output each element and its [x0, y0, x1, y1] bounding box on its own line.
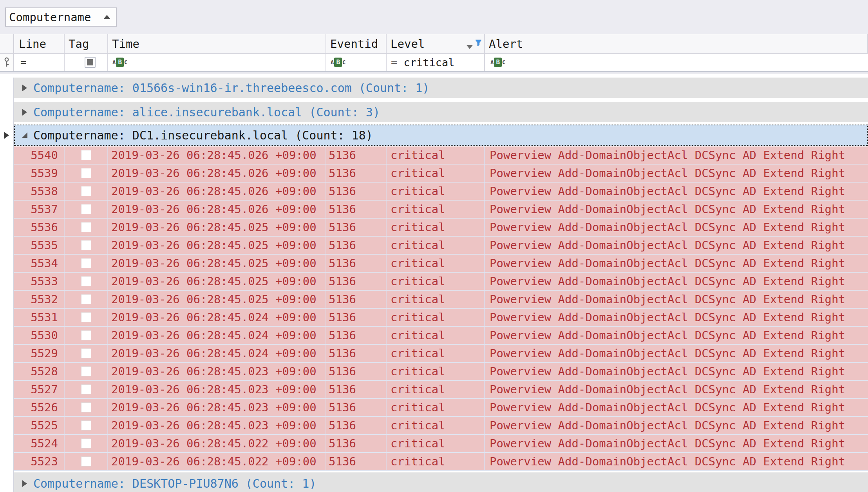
cell-line[interactable]: 5532: [14, 291, 65, 308]
cell-time[interactable]: 2019-03-26 06:28:45.024 +09:00: [108, 327, 326, 344]
cell-eventid[interactable]: 5136: [326, 381, 387, 398]
cell-alert[interactable]: Powerview Add-DomainObjectAcl DCSync AD …: [485, 201, 868, 218]
table-row[interactable]: 5533 2019-03-26 06:28:45.025 +09:00 5136…: [14, 273, 868, 291]
cell-line[interactable]: 5536: [14, 219, 65, 236]
table-row[interactable]: 5540 2019-03-26 06:28:45.026 +09:00 5136…: [14, 147, 868, 165]
filter-cell-level[interactable]: = critical: [387, 54, 485, 71]
cell-eventid[interactable]: 5136: [326, 363, 387, 380]
cell-eventid[interactable]: 5136: [326, 147, 387, 164]
cell-time[interactable]: 2019-03-26 06:28:45.024 +09:00: [108, 345, 326, 362]
cell-time[interactable]: 2019-03-26 06:28:45.023 +09:00: [108, 363, 326, 380]
tag-checkbox[interactable]: [81, 312, 91, 322]
table-row[interactable]: 5529 2019-03-26 06:28:45.024 +09:00 5136…: [14, 345, 868, 363]
filter-cell-time[interactable]: ABC: [108, 54, 326, 71]
cell-time[interactable]: 2019-03-26 06:28:45.023 +09:00: [108, 381, 326, 398]
cell-alert[interactable]: Powerview Add-DomainObjectAcl DCSync AD …: [485, 183, 868, 200]
cell-line[interactable]: 5537: [14, 201, 65, 218]
cell-eventid[interactable]: 5136: [326, 255, 387, 272]
cell-line[interactable]: 5524: [14, 435, 65, 452]
cell-level[interactable]: critical: [387, 255, 485, 272]
group-row[interactable]: Computername: alice.insecurebank.local (…: [14, 102, 868, 122]
tag-checkbox[interactable]: [81, 384, 91, 394]
table-row[interactable]: 5534 2019-03-26 06:28:45.025 +09:00 5136…: [14, 255, 868, 273]
filter-cell-eventid[interactable]: ABC: [326, 54, 387, 71]
tag-filter-checkbox-indeterminate[interactable]: [85, 57, 96, 68]
tag-checkbox[interactable]: [81, 258, 91, 268]
cell-line[interactable]: 5531: [14, 309, 65, 326]
cell-level[interactable]: critical: [387, 417, 485, 434]
cell-eventid[interactable]: 5136: [326, 219, 387, 236]
cell-alert[interactable]: Powerview Add-DomainObjectAcl DCSync AD …: [485, 327, 868, 344]
tag-checkbox[interactable]: [81, 150, 91, 160]
cell-level[interactable]: critical: [387, 165, 485, 182]
group-row[interactable]: Computername: 01566s-win16-ir.threebeesc…: [14, 78, 868, 98]
cell-alert[interactable]: Powerview Add-DomainObjectAcl DCSync AD …: [485, 237, 868, 254]
cell-eventid[interactable]: 5136: [326, 435, 387, 452]
cell-eventid[interactable]: 5136: [326, 237, 387, 254]
table-row[interactable]: 5527 2019-03-26 06:28:45.023 +09:00 5136…: [14, 381, 868, 399]
table-row[interactable]: 5538 2019-03-26 06:28:45.026 +09:00 5136…: [14, 183, 868, 201]
cell-line[interactable]: 5525: [14, 417, 65, 434]
cell-level[interactable]: critical: [387, 381, 485, 398]
tag-checkbox[interactable]: [81, 330, 91, 340]
filter-cell-tag[interactable]: [65, 54, 108, 71]
table-row[interactable]: 5535 2019-03-26 06:28:45.025 +09:00 5136…: [14, 237, 868, 255]
cell-alert[interactable]: Powerview Add-DomainObjectAcl DCSync AD …: [485, 417, 868, 434]
cell-time[interactable]: 2019-03-26 06:28:45.023 +09:00: [108, 399, 326, 416]
cell-eventid[interactable]: 5136: [326, 165, 387, 182]
cell-eventid[interactable]: 5136: [326, 201, 387, 218]
tag-checkbox[interactable]: [81, 276, 91, 286]
table-row[interactable]: 5539 2019-03-26 06:28:45.026 +09:00 5136…: [14, 165, 868, 183]
cell-eventid[interactable]: 5136: [326, 327, 387, 344]
cell-alert[interactable]: Powerview Add-DomainObjectAcl DCSync AD …: [485, 147, 868, 164]
cell-eventid[interactable]: 5136: [326, 399, 387, 416]
group-expanded-icon[interactable]: [22, 132, 27, 138]
table-row[interactable]: 5528 2019-03-26 06:28:45.023 +09:00 5136…: [14, 363, 868, 381]
cell-line[interactable]: 5527: [14, 381, 65, 398]
group-collapsed-icon[interactable]: [22, 480, 27, 487]
tag-checkbox[interactable]: [81, 168, 91, 178]
tag-checkbox[interactable]: [81, 348, 91, 358]
table-row[interactable]: 5531 2019-03-26 06:28:45.024 +09:00 5136…: [14, 309, 868, 327]
abc-filter-type-icon[interactable]: ABC: [489, 58, 506, 67]
filter-cell-alert[interactable]: ABC: [485, 54, 868, 71]
cell-line[interactable]: 5526: [14, 399, 65, 416]
column-header-tag[interactable]: Tag: [65, 34, 108, 53]
cell-line[interactable]: 5523: [14, 453, 65, 470]
tag-checkbox[interactable]: [81, 366, 91, 376]
cell-line[interactable]: 5530: [14, 327, 65, 344]
cell-line[interactable]: 5534: [14, 255, 65, 272]
abc-filter-type-icon[interactable]: ABC: [112, 58, 128, 67]
column-header-level[interactable]: Level: [387, 34, 485, 53]
group-row[interactable]: Computername: DC1.insecurebank.local (Co…: [14, 125, 868, 146]
cell-line[interactable]: 5528: [14, 363, 65, 380]
cell-time[interactable]: 2019-03-26 06:28:45.024 +09:00: [108, 309, 326, 326]
cell-line[interactable]: 5535: [14, 237, 65, 254]
cell-level[interactable]: critical: [387, 291, 485, 308]
cell-level[interactable]: critical: [387, 201, 485, 218]
cell-eventid[interactable]: 5136: [326, 417, 387, 434]
tag-checkbox[interactable]: [81, 438, 91, 449]
cell-level[interactable]: critical: [387, 147, 485, 164]
table-row[interactable]: 5530 2019-03-26 06:28:45.024 +09:00 5136…: [14, 327, 868, 345]
cell-eventid[interactable]: 5136: [326, 273, 387, 290]
cell-alert[interactable]: Powerview Add-DomainObjectAcl DCSync AD …: [485, 435, 868, 452]
cell-line[interactable]: 5533: [14, 273, 65, 290]
cell-line[interactable]: 5540: [14, 147, 65, 164]
table-row[interactable]: 5532 2019-03-26 06:28:45.025 +09:00 5136…: [14, 291, 868, 309]
table-row[interactable]: 5526 2019-03-26 06:28:45.023 +09:00 5136…: [14, 399, 868, 417]
filter-cell-line[interactable]: =: [14, 54, 65, 71]
cell-alert[interactable]: Powerview Add-DomainObjectAcl DCSync AD …: [485, 291, 868, 308]
cell-level[interactable]: critical: [387, 327, 485, 344]
cell-time[interactable]: 2019-03-26 06:28:45.026 +09:00: [108, 165, 326, 182]
cell-time[interactable]: 2019-03-26 06:28:45.022 +09:00: [108, 435, 326, 452]
tag-checkbox[interactable]: [81, 420, 91, 430]
active-filter-funnel-icon[interactable]: [475, 40, 482, 46]
cell-eventid[interactable]: 5136: [326, 309, 387, 326]
tag-checkbox[interactable]: [81, 240, 91, 250]
cell-alert[interactable]: Powerview Add-DomainObjectAcl DCSync AD …: [485, 165, 868, 182]
table-row[interactable]: 5523 2019-03-26 06:28:45.022 +09:00 5136…: [14, 453, 868, 471]
tag-checkbox[interactable]: [81, 222, 91, 232]
cell-eventid[interactable]: 5136: [326, 453, 387, 470]
cell-level[interactable]: critical: [387, 183, 485, 200]
